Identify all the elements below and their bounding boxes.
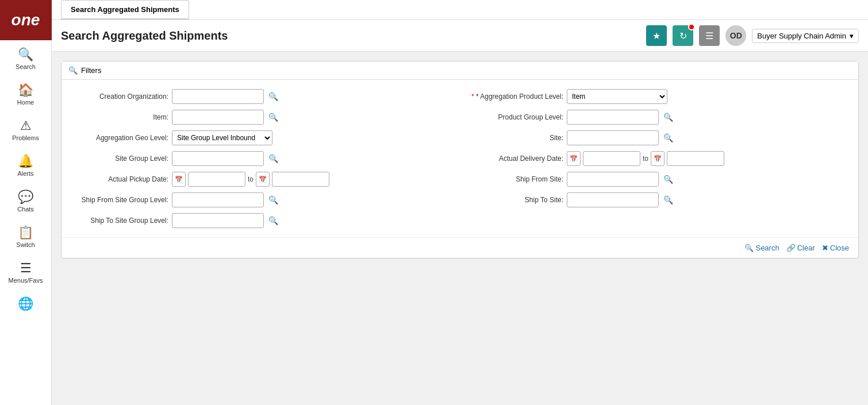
site-search-button[interactable]: 🔍 [662, 133, 674, 142]
site-row: Site: 🔍 [466, 130, 849, 145]
pickup-date-to-input[interactable] [272, 172, 329, 187]
creation-organization-input[interactable] [172, 89, 264, 104]
aggregation-product-level-select[interactable]: Item Product Group [567, 89, 667, 104]
page-title: Search Aggregated Shipments [61, 29, 646, 43]
aggregation-geo-level-select[interactable]: Site Group Level Inbound Site Level Inbo… [172, 130, 272, 145]
clear-icon: 🔗 [786, 244, 796, 252]
ship-to-site-search-button[interactable]: 🔍 [662, 195, 674, 205]
ship-to-site-group-level-label: Ship To Site Group Level: [71, 217, 168, 225]
app-logo: one [0, 0, 52, 40]
sidebar-item-switch[interactable]: 📋 Switch [0, 218, 51, 254]
site-group-level-input[interactable] [172, 151, 264, 166]
sidebar-item-menus[interactable]: ☰ Menus/Favs [0, 254, 51, 290]
delivery-date-to-input[interactable] [667, 151, 724, 166]
sidebar-item-label: Menus/Favs [9, 277, 43, 284]
site-input[interactable] [567, 130, 659, 145]
aggregation-geo-level-label: Aggregation Geo Level: [71, 134, 168, 142]
ship-to-site-label: Ship To Site: [466, 196, 563, 204]
delivery-date-to-label: to [643, 155, 648, 163]
creation-organization-label: Creation Organization: [71, 92, 168, 101]
ship-to-site-input[interactable] [567, 192, 659, 207]
search-button[interactable]: 🔍 Search [744, 244, 779, 252]
clear-button[interactable]: 🔗 Clear [786, 244, 815, 252]
sidebar-item-home[interactable]: 🏠 Home [0, 76, 51, 111]
delivery-date-from-input[interactable] [583, 151, 640, 166]
item-label: Item: [71, 113, 168, 121]
content-area: 🔍 Filters Creation Organization: 🔍 Item: [52, 52, 868, 405]
item-search-button[interactable]: 🔍 [267, 113, 279, 122]
user-role-label: Buyer Supply Chain Admin [757, 32, 846, 40]
ship-from-site-group-level-row: Ship From Site Group Level: 🔍 [71, 192, 454, 207]
ship-from-site-row: Ship From Site: 🔍 [466, 172, 849, 187]
ship-to-site-group-level-search-button[interactable]: 🔍 [267, 216, 279, 225]
ship-to-site-group-level-row: Ship To Site Group Level: 🔍 [71, 213, 454, 228]
main-content: Search Aggregated Shipments Search Aggre… [52, 0, 868, 405]
delivery-date-from-calendar-button[interactable]: 📅 [567, 151, 581, 166]
header-actions: ★ ↻ ☰ OD Buyer Supply Chain Admin ▾ [646, 25, 859, 46]
actual-delivery-date-label: Actual Delivery Date: [466, 155, 563, 163]
ship-to-site-group-level-input[interactable] [172, 213, 264, 228]
site-group-level-search-button[interactable]: 🔍 [267, 154, 279, 163]
switch-icon: 📋 [18, 226, 33, 239]
avatar: OD [725, 25, 746, 46]
ship-from-site-group-level-label: Ship From Site Group Level: [71, 196, 168, 204]
delivery-date-to-calendar-button[interactable]: 📅 [651, 151, 665, 166]
tab-search-aggregated-shipments[interactable]: Search Aggregated Shipments [61, 0, 189, 20]
actual-pickup-date-row: Actual Pickup Date: 📅 to 📅 [71, 172, 454, 187]
ship-from-site-input[interactable] [567, 172, 659, 187]
site-label: Site: [466, 134, 563, 142]
sidebar-item-alerts[interactable]: 🔔 Alerts [0, 147, 51, 183]
delivery-date-range: 📅 to 📅 [567, 151, 724, 166]
aggregation-product-level-label: * Aggregation Product Level: [466, 92, 563, 101]
aggregation-product-level-row: * Aggregation Product Level: Item Produc… [466, 89, 849, 104]
item-row: Item: 🔍 [71, 110, 454, 125]
creation-organization-row: Creation Organization: 🔍 [71, 89, 454, 104]
site-group-level-label: Site Group Level: [71, 155, 168, 163]
ship-from-site-group-level-search-button[interactable]: 🔍 [267, 195, 279, 205]
sidebar-item-label: Search [16, 63, 36, 70]
user-role-dropdown[interactable]: Buyer Supply Chain Admin ▾ [752, 29, 859, 43]
sidebar-item-search[interactable]: 🔍 Search [0, 40, 51, 76]
pickup-date-to-calendar-button[interactable]: 📅 [256, 172, 270, 187]
product-group-level-label: Product Group Level: [466, 113, 563, 121]
sidebar-item-language[interactable]: 🌐 [0, 290, 51, 316]
sidebar-item-chats[interactable]: 💬 Chats [0, 183, 51, 218]
pickup-date-from-input[interactable] [188, 172, 245, 187]
notification-wrap: ↻ [673, 25, 693, 46]
favorite-button[interactable]: ★ [646, 25, 667, 46]
actual-pickup-date-label: Actual Pickup Date: [71, 175, 168, 183]
alerts-icon: 🔔 [18, 155, 33, 168]
ship-to-site-row: Ship To Site: 🔍 [466, 192, 849, 207]
home-icon: 🏠 [18, 84, 33, 97]
sidebar-item-label: Switch [16, 241, 34, 248]
sidebar: one 🔍 Search 🏠 Home ⚠ Problems 🔔 Alerts … [0, 0, 52, 405]
ship-from-site-group-level-input[interactable] [172, 192, 264, 207]
menu-button[interactable]: ☰ [699, 25, 720, 46]
chevron-down-icon: ▾ [850, 32, 854, 40]
sidebar-item-label: Problems [12, 134, 39, 141]
filter-footer: 🔍 Search 🔗 Clear ✖ Close [62, 237, 858, 258]
problems-icon: ⚠ [20, 119, 32, 132]
filter-left-column: Creation Organization: 🔍 Item: 🔍 Aggrega… [71, 89, 454, 228]
product-group-level-input[interactable] [567, 110, 659, 125]
page-header: Search Aggregated Shipments ★ ↻ ☰ OD Buy… [52, 20, 868, 52]
pickup-date-to-label: to [248, 175, 254, 183]
actual-delivery-date-row: Actual Delivery Date: 📅 to 📅 [466, 151, 849, 166]
language-icon: 🌐 [18, 298, 33, 310]
close-button[interactable]: ✖ Close [822, 244, 849, 252]
filter-panel-title: Filters [81, 66, 101, 75]
sidebar-item-label: Chats [17, 206, 34, 213]
sidebar-item-problems[interactable]: ⚠ Problems [0, 111, 51, 147]
ship-from-site-search-button[interactable]: 🔍 [662, 175, 674, 184]
filter-search-icon: 🔍 [68, 66, 78, 75]
item-input[interactable] [172, 110, 264, 125]
pickup-date-from-calendar-button[interactable]: 📅 [172, 172, 186, 187]
filter-right-column: * Aggregation Product Level: Item Produc… [466, 89, 849, 228]
pickup-date-range: 📅 to 📅 [172, 172, 329, 187]
menus-icon: ☰ [20, 262, 32, 275]
creation-organization-search-button[interactable]: 🔍 [267, 92, 279, 101]
tab-bar: Search Aggregated Shipments [52, 0, 868, 20]
product-group-level-search-button[interactable]: 🔍 [662, 113, 674, 122]
aggregation-geo-level-row: Aggregation Geo Level: Site Group Level … [71, 130, 454, 145]
search-icon: 🔍 [744, 244, 754, 252]
